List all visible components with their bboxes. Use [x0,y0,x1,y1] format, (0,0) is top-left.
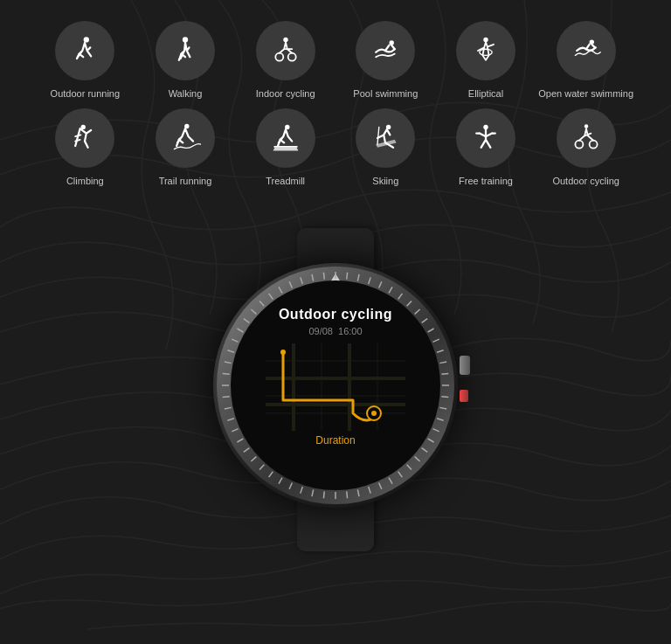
outdoor-running-icon-circle [55,21,114,80]
watch-time: 16:00 [338,326,363,336]
svg-line-41 [432,428,439,431]
svg-line-64 [227,418,234,419]
svg-line-63 [232,428,238,431]
free-training-label: Free training [459,175,513,187]
trail-running-label: Trail running [159,175,212,187]
activity-treadmill[interactable]: Treadmill [235,108,336,187]
pool-swimming-icon-circle [356,21,415,80]
outdoor-running-icon [69,35,100,66]
svg-line-23 [347,272,348,279]
svg-point-19 [575,141,583,149]
svg-line-36 [441,373,448,374]
svg-line-40 [437,418,444,419]
crown-middle [460,390,468,402]
svg-line-30 [415,309,420,314]
activity-free-training[interactable]: Free training [436,108,536,187]
skiing-icon [370,122,401,154]
svg-line-48 [379,482,382,488]
crown-top [460,356,470,375]
svg-line-32 [428,329,434,332]
climbing-label: Climbing [66,175,104,187]
treadmill-icon [270,122,301,154]
pool-swimming-icon [370,35,401,66]
svg-line-69 [225,362,232,364]
svg-line-33 [432,339,439,342]
svg-line-72 [237,329,243,332]
svg-line-78 [289,281,292,287]
watch-datetime: 09/08 16:00 [308,326,362,336]
watch-body: Outdoor cycling 09/08 16:00 [213,263,458,508]
outdoor-cycling-icon-circle [557,108,616,168]
svg-line-58 [269,471,273,476]
activity-trail-running[interactable]: Trail running [135,108,236,187]
activity-elliptical[interactable]: Elliptical [436,21,536,100]
svg-line-49 [369,487,370,494]
svg-line-62 [237,439,243,442]
svg-line-24 [357,274,359,280]
watch-duration-label: Duration [315,434,355,447]
activity-outdoor-cycling[interactable]: Outdoor cycling [536,108,636,187]
svg-line-61 [244,447,249,452]
walking-icon [169,35,201,66]
activity-walking[interactable]: Walking [135,21,236,100]
activity-climbing[interactable]: Climbing [35,108,135,187]
trail-running-icon [169,122,201,154]
open-water-swimming-icon-circle [557,21,616,80]
svg-line-74 [251,309,256,314]
activity-outdoor-running[interactable]: Outdoor running [35,21,135,100]
svg-line-71 [232,339,238,342]
watch-title: Outdoor cycling [279,307,392,322]
svg-line-34 [437,350,444,351]
svg-line-31 [422,318,427,322]
watch-outer: Outdoor cycling 09/08 16:00 [187,219,484,551]
activity-open-water-swimming[interactable]: Open water swimming [536,21,636,100]
svg-line-43 [422,447,427,452]
svg-line-76 [269,293,273,298]
svg-line-77 [279,287,282,293]
svg-line-55 [301,487,302,494]
svg-line-28 [398,293,403,298]
skiing-icon-circle [356,108,415,168]
svg-line-35 [439,362,446,364]
treadmill-icon-circle [256,108,315,168]
climbing-icon-circle [55,108,114,168]
activities-grid-row2: Climbing Trail running [0,108,671,201]
svg-point-8 [480,49,492,55]
trail-running-icon-circle [156,108,215,168]
activity-skiing[interactable]: Skiing [336,108,436,187]
open-water-swimming-icon [571,35,602,66]
outdoor-running-label: Outdoor running [51,87,121,100]
svg-line-68 [223,373,230,374]
svg-line-27 [389,287,392,293]
watch-map [266,343,405,431]
elliptical-icon [470,35,502,66]
svg-line-53 [323,491,324,498]
indoor-cycling-icon [270,35,301,66]
activity-indoor-cycling[interactable]: Indoor cycling [235,21,336,100]
elliptical-icon-circle [456,21,515,80]
svg-line-81 [323,272,324,279]
free-training-icon-circle [456,108,515,168]
outdoor-cycling-label: Outdoor cycling [552,175,619,187]
svg-point-20 [589,141,597,149]
open-water-swimming-label: Open water swimming [538,87,633,100]
indoor-cycling-label: Indoor cycling [256,87,315,100]
svg-line-75 [259,301,264,306]
svg-line-57 [279,477,282,483]
svg-line-25 [369,277,370,284]
svg-point-97 [371,411,377,416]
main-content: Outdoor running Walking [0,0,671,644]
svg-point-5 [287,53,295,61]
svg-line-65 [225,407,232,409]
watch-face: Outdoor cycling 09/08 16:00 [231,280,440,490]
svg-line-50 [357,489,359,496]
watch-date: 09/08 [308,326,333,336]
svg-line-60 [251,456,256,460]
activity-pool-swimming[interactable]: Pool swimming [336,21,436,100]
svg-rect-82 [266,343,405,431]
svg-line-44 [415,456,420,460]
svg-line-38 [441,396,448,397]
svg-point-95 [280,350,286,355]
elliptical-label: Elliptical [468,87,503,100]
climbing-icon [69,122,100,154]
